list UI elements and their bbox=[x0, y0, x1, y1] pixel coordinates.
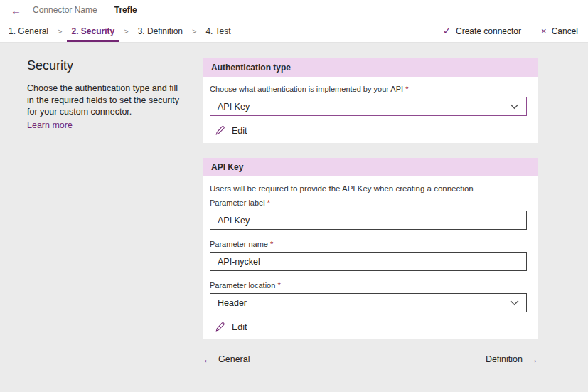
parameter-location-label: Parameter location * bbox=[210, 281, 527, 290]
step-general[interactable]: 1. General bbox=[4, 20, 53, 42]
api-key-panel-header: API Key bbox=[203, 158, 538, 176]
arrow-left-icon: ← bbox=[203, 354, 213, 364]
api-key-panel-body: Users will be required to provide the AP… bbox=[203, 176, 538, 339]
main-content: Security Choose the authentication type … bbox=[0, 43, 588, 364]
edit-authentication-button[interactable]: Edit bbox=[210, 125, 247, 136]
wizard-steps: 1. General > 2. Security > 3. Definition… bbox=[4, 20, 235, 42]
chevron-down-icon bbox=[510, 300, 519, 306]
page-title: Security bbox=[27, 58, 186, 73]
authentication-type-panel-header: Authentication type bbox=[203, 58, 538, 77]
step-security[interactable]: 2. Security bbox=[67, 20, 119, 42]
required-marker: * bbox=[277, 281, 280, 290]
form-panels: Authentication type Choose what authenti… bbox=[203, 58, 538, 364]
back-arrow-icon[interactable]: ← bbox=[11, 5, 21, 16]
previous-step-link[interactable]: ← General bbox=[203, 354, 250, 364]
step-separator-icon: > bbox=[53, 20, 67, 42]
authentication-type-select[interactable]: API Key bbox=[210, 97, 527, 116]
cancel-button[interactable]: × Cancel bbox=[541, 26, 578, 36]
authentication-type-panel-title: Authentication type bbox=[211, 63, 291, 73]
edit-api-key-label: Edit bbox=[232, 322, 247, 332]
parameter-label-label-text: Parameter label bbox=[210, 198, 265, 207]
edit-authentication-label: Edit bbox=[232, 126, 247, 136]
authentication-type-panel-body: Choose what authentication is implemente… bbox=[203, 77, 538, 143]
page-description: Choose the authentication type and fill … bbox=[27, 83, 186, 118]
top-bar: ← Connector Name Trefle bbox=[0, 0, 588, 20]
parameter-name-label: Parameter name * bbox=[210, 240, 527, 248]
checkmark-icon: ✓ bbox=[443, 26, 451, 36]
parameter-name-input[interactable] bbox=[210, 252, 527, 271]
connector-name-value: Trefle bbox=[114, 5, 137, 15]
required-marker: * bbox=[270, 240, 273, 248]
close-icon: × bbox=[541, 26, 547, 36]
security-intro-panel: Security Choose the authentication type … bbox=[27, 58, 186, 364]
required-marker: * bbox=[267, 198, 270, 207]
parameter-name-label-text: Parameter name bbox=[210, 240, 268, 248]
authentication-type-panel: Authentication type Choose what authenti… bbox=[203, 58, 538, 143]
next-step-label: Definition bbox=[486, 354, 523, 364]
create-connector-button[interactable]: ✓ Create connector bbox=[443, 26, 521, 36]
step-separator-icon: > bbox=[119, 20, 133, 42]
parameter-location-select[interactable]: Header bbox=[210, 293, 527, 312]
authentication-type-field-label-text: Choose what authentication is implemente… bbox=[210, 85, 403, 93]
edit-api-key-button[interactable]: Edit bbox=[210, 322, 247, 332]
api-key-panel: API Key Users will be required to provid… bbox=[203, 158, 538, 339]
authentication-type-field-label: Choose what authentication is implemente… bbox=[210, 85, 527, 93]
step-definition[interactable]: 3. Definition bbox=[134, 20, 187, 42]
cancel-label: Cancel bbox=[552, 26, 578, 36]
chevron-down-icon bbox=[510, 103, 519, 110]
parameter-location-selected-value: Header bbox=[218, 298, 247, 308]
parameter-location-label-text: Parameter location bbox=[210, 281, 275, 290]
api-key-description: Users will be required to provide the AP… bbox=[210, 184, 527, 193]
api-key-panel-title: API Key bbox=[211, 162, 243, 172]
connector-name-label: Connector Name bbox=[33, 5, 97, 15]
step-footer-nav: ← General Definition → bbox=[203, 354, 538, 364]
step-separator-icon: > bbox=[187, 20, 201, 42]
wizard-actions: ✓ Create connector × Cancel bbox=[443, 20, 578, 42]
pencil-icon bbox=[215, 125, 225, 136]
pencil-icon bbox=[215, 322, 225, 332]
parameter-label-input[interactable] bbox=[210, 211, 527, 230]
next-step-link[interactable]: Definition → bbox=[486, 354, 538, 364]
previous-step-label: General bbox=[218, 354, 250, 364]
authentication-type-selected-value: API Key bbox=[218, 102, 250, 112]
wizard-bar: 1. General > 2. Security > 3. Definition… bbox=[0, 20, 588, 43]
parameter-label-label: Parameter label * bbox=[210, 198, 527, 207]
arrow-right-icon: → bbox=[528, 354, 538, 364]
create-connector-label: Create connector bbox=[456, 26, 521, 36]
learn-more-link[interactable]: Learn more bbox=[27, 120, 73, 130]
required-marker: * bbox=[405, 85, 408, 93]
step-test[interactable]: 4. Test bbox=[201, 20, 235, 42]
